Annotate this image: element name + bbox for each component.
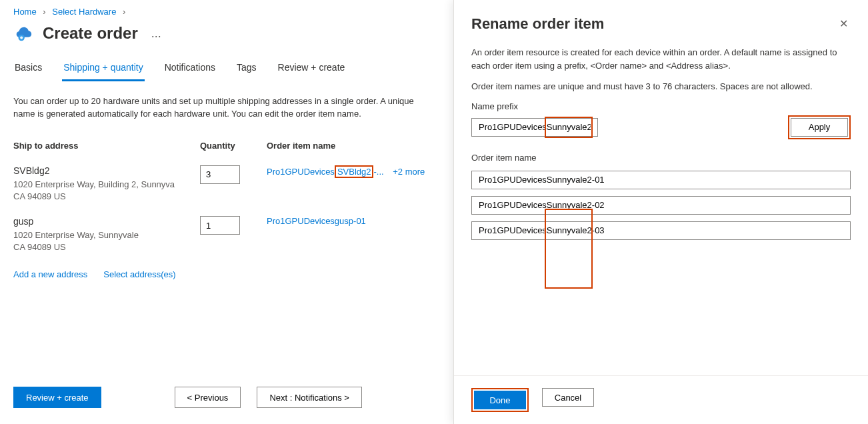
chevron-right-icon: ›: [123, 7, 125, 17]
quantity-input[interactable]: [200, 165, 240, 184]
order-item-name-link[interactable]: Pro1GPUDevicesgusp-01: [267, 216, 366, 226]
panel-footer: Done Cancel: [454, 375, 868, 424]
panel-description: An order item resource is created for ea…: [471, 46, 851, 72]
cancel-button[interactable]: Cancel: [542, 388, 594, 407]
help-text: You can order up to 20 hardware units an…: [13, 95, 427, 121]
review-create-button[interactable]: Review + create: [13, 387, 101, 408]
tab-shipping-quantity[interactable]: Shipping + quantity: [62, 55, 144, 81]
address-actions: Add a new address Select address(es): [13, 257, 427, 291]
tab-basics[interactable]: Basics: [13, 55, 43, 81]
more-menu-button[interactable]: ...: [147, 27, 165, 41]
order-item-name-input[interactable]: [471, 171, 851, 189]
close-icon[interactable]: ✕: [837, 15, 851, 33]
address-alias: SVBldg2: [13, 165, 200, 176]
address-detail: 1020 Enterprise Way, Building 2, Sunnyva…: [13, 179, 187, 203]
previous-button[interactable]: < Previous: [175, 387, 241, 408]
name-prefix-input[interactable]: [471, 118, 598, 137]
panel-title: Rename order item: [471, 15, 604, 33]
breadcrumb-select-hardware[interactable]: Select Hardware: [52, 7, 116, 17]
highlight-box: SVBldg2: [335, 165, 374, 179]
page-title: Create order: [43, 24, 138, 43]
address-row: SVBldg2 1020 Enterprise Way, Building 2,…: [13, 156, 427, 207]
tab-content: You can order up to 20 hardware units an…: [0, 82, 440, 305]
order-item-name-input[interactable]: [471, 221, 851, 240]
order-item-name-label: Order item name: [471, 153, 851, 163]
highlight-box: Done: [471, 388, 529, 412]
tab-notifications[interactable]: Notifications: [163, 55, 217, 81]
breadcrumb-home[interactable]: Home: [13, 7, 37, 17]
panel-description: Order item names are unique and must hav…: [471, 80, 851, 93]
address-row: gusp 1020 Enterprise Way, Sunnyvale CA 9…: [13, 207, 427, 257]
tab-review-create[interactable]: Review + create: [277, 55, 347, 81]
next-button[interactable]: Next : Notifications >: [257, 387, 362, 408]
rename-order-item-panel: Rename order item ✕ An order item resour…: [453, 0, 868, 424]
col-quantity: Quantity: [200, 141, 267, 151]
tab-tags[interactable]: Tags: [235, 55, 258, 81]
cloud-icon: [13, 23, 33, 43]
order-item-name-link[interactable]: Pro1GPUDevicesSVBldg2-...: [267, 167, 386, 177]
table-header-row: Ship to address Quantity Order item name: [13, 135, 427, 156]
select-addresses-link[interactable]: Select address(es): [103, 269, 175, 279]
chevron-right-icon: ›: [43, 7, 45, 17]
address-alias: gusp: [13, 216, 200, 227]
address-detail: 1020 Enterprise Way, Sunnyvale CA 94089 …: [13, 229, 187, 253]
wizard-footer: Review + create < Previous Next : Notifi…: [13, 387, 362, 408]
highlight-box: Apply: [788, 115, 851, 139]
svg-point-1: [20, 37, 23, 39]
col-ship-to-address: Ship to address: [13, 141, 200, 151]
done-button[interactable]: Done: [474, 391, 526, 409]
col-order-item-name: Order item name: [267, 141, 427, 151]
more-items-link[interactable]: +2 more: [393, 167, 425, 177]
add-address-link[interactable]: Add a new address: [13, 269, 87, 279]
order-item-name-input[interactable]: [471, 196, 851, 215]
apply-button[interactable]: Apply: [791, 118, 848, 137]
name-prefix-label: Name prefix: [471, 101, 851, 111]
quantity-input[interactable]: [200, 216, 240, 235]
